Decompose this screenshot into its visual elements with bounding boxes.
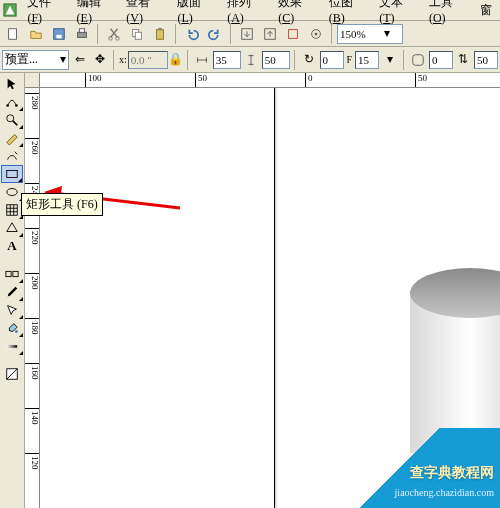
eyedropper-tool[interactable] [1,283,23,301]
import-button[interactable] [236,23,258,45]
ruler-origin[interactable] [25,73,40,88]
property-bar: 预置... ▾ ⇐ ✥ x: 🔒 ↻ F ▾ ⇅ [0,47,500,73]
svg-rect-25 [13,271,18,276]
svg-rect-27 [7,345,18,348]
print-button[interactable] [71,23,93,45]
ruler-tick: 120 [25,453,40,470]
ruler-tick: 0 [305,73,313,88]
svg-rect-21 [7,171,18,178]
snap-button[interactable] [282,23,304,45]
svg-rect-17 [413,54,424,65]
smart-draw-tool[interactable] [1,147,23,165]
svg-rect-4 [78,32,87,37]
cut-button[interactable] [103,23,125,45]
menu-tools[interactable]: 工具(O) [423,0,474,28]
tooltip: 矩形工具 (F6) [21,193,103,216]
export-button[interactable] [259,23,281,45]
rotate-input[interactable] [320,51,344,69]
svg-point-20 [7,115,14,122]
blend-tool[interactable] [1,265,23,283]
drawing-canvas[interactable]: 查字典教程网 jiaocheng.chazidian.com [40,88,500,508]
presets-label: 预置... [5,51,60,68]
width-icon [193,49,212,71]
svg-point-16 [315,32,318,35]
menu-window[interactable]: 窗 [474,0,498,21]
width-input[interactable] [213,51,241,69]
spin-down-icon[interactable]: ▾ [380,49,399,71]
svg-rect-5 [79,28,84,32]
save-button[interactable] [48,23,70,45]
no-fill-swatch[interactable] [1,365,23,383]
options-button[interactable] [305,23,327,45]
toolbar-separator [187,50,189,70]
nudge-left-button[interactable]: ⇐ [70,49,89,71]
svg-rect-1 [9,28,17,39]
svg-rect-9 [135,32,141,39]
ruler-tick: 50 [415,73,427,88]
rectangle-tool[interactable] [1,165,23,183]
f-label: F [345,54,355,65]
toolbar-separator [403,50,405,70]
toolbox: A [0,73,25,508]
ruler-tick: 200 [25,273,40,290]
nudge-origin-button[interactable]: ✥ [90,49,109,71]
paste-button[interactable] [149,23,171,45]
corner-r2-input[interactable] [474,51,498,69]
ruler-tick: 180 [25,318,40,335]
menu-bar: 文件(F) 编辑(E) 查看(V) 版面(L) 排列(A) 效果(C) 位图(B… [0,0,500,21]
work-area: A 100 50 0 50 280 260 240 220 200 180 16… [0,73,500,508]
svg-point-22 [7,189,18,196]
svg-rect-10 [157,29,164,39]
app-icon [2,2,17,18]
ellipse-tool[interactable] [1,183,23,201]
horizontal-ruler[interactable]: 100 50 0 50 [25,73,500,88]
ruler-tick: 260 [25,138,40,155]
chevron-down-icon[interactable]: ▾ [60,52,66,67]
text-tool[interactable]: A [1,237,23,255]
zoom-tool[interactable] [1,111,23,129]
interactive-fill-tool[interactable] [1,337,23,355]
presets-combo[interactable]: 预置... ▾ [2,50,69,70]
fill-tool[interactable] [1,319,23,337]
svg-point-19 [15,104,18,107]
watermark-text: 查字典教程网 [410,464,494,482]
ruler-tick: 220 [25,228,40,245]
vertical-ruler[interactable]: 280 260 240 220 200 180 160 140 120 [25,88,40,508]
open-button[interactable] [25,23,47,45]
svg-rect-11 [158,27,162,30]
ruler-tick: 100 [85,73,102,88]
toolbar-separator [113,50,115,70]
redo-button[interactable] [204,23,226,45]
lock-icon[interactable]: 🔒 [169,49,183,71]
ruler-tick: 140 [25,408,40,425]
zoom-combo[interactable]: ▾ [337,24,403,44]
new-button[interactable] [2,23,24,45]
corner-r1-input[interactable] [429,51,453,69]
f-input[interactable] [355,51,379,69]
toolbar-separator [331,24,333,44]
svg-rect-24 [6,271,11,276]
shape-tool[interactable] [1,93,23,111]
height-icon [242,49,261,71]
pick-tool[interactable] [1,75,23,93]
undo-button[interactable] [181,23,203,45]
link-corners-icon[interactable]: ⇅ [454,49,473,71]
toolbar-separator [175,24,177,44]
height-input[interactable] [262,51,290,69]
svg-rect-23 [7,205,18,216]
annotation-arrow [40,88,240,248]
outline-tool[interactable] [1,301,23,319]
freehand-tool[interactable] [1,129,23,147]
copy-button[interactable] [126,23,148,45]
zoom-input[interactable] [340,28,384,40]
watermark-ribbon: 查字典教程网 jiaocheng.chazidian.com [310,428,500,508]
chevron-down-icon[interactable]: ▾ [384,26,390,41]
x-label: x: [119,54,127,65]
toolbar-separator [230,24,232,44]
graph-paper-tool[interactable] [1,201,23,219]
page-boundary [274,88,275,508]
basic-shapes-tool[interactable] [1,219,23,237]
x-input[interactable] [128,51,168,69]
toolbar-separator [294,50,296,70]
ruler-tick: 280 [25,93,40,110]
